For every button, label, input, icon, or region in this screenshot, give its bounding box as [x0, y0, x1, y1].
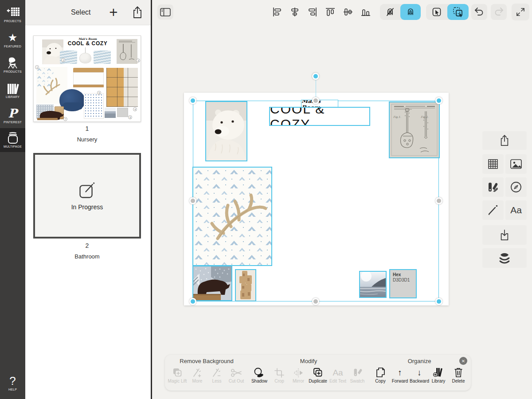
pencil-icon	[487, 204, 499, 216]
close-toolbar-button[interactable]: ✕	[459, 357, 467, 365]
share-button[interactable]	[130, 5, 145, 20]
sidebar-item-pinterest[interactable]: P PINTEREST	[0, 103, 25, 128]
rotation-handle[interactable]	[312, 73, 319, 80]
resize-handle-bottom-right[interactable]	[435, 298, 442, 305]
swatches-icon	[487, 181, 499, 193]
multipage-icon	[6, 132, 20, 144]
thumb-guitar-patent	[117, 39, 137, 64]
app-window: PROJECTS ★ FEATURED PRODUCTS	[0, 0, 532, 399]
books-icon	[6, 82, 20, 94]
thumb-ocean-photo	[105, 108, 116, 118]
canvas-item-board-title[interactable]: COOL & COZY	[269, 107, 370, 126]
sidebar-item-label: LIBRARY	[6, 95, 20, 98]
share-icon	[132, 6, 143, 19]
svg-text:Fig.1.: Fig.1.	[393, 115, 401, 119]
add-page-button[interactable]: +	[105, 4, 122, 21]
selection-mode-control	[426, 4, 469, 20]
swatch-value: D3D3D1	[393, 278, 416, 282]
compass-icon	[510, 181, 522, 193]
resize-handle-bottom-center[interactable]	[312, 298, 319, 305]
text-tool-button[interactable]: Aa	[505, 200, 527, 220]
draw-tool-button[interactable]	[482, 200, 504, 220]
sidebar-item-products[interactable]: PRODUCTS	[0, 52, 25, 78]
page-thumbnail-bathroom[interactable]: In Progress	[33, 153, 141, 239]
page-thumbnail-nursery[interactable]: Mak's Room COOL & COZY	[33, 35, 141, 122]
layers-icon	[498, 252, 511, 264]
multi-select-button[interactable]	[447, 4, 469, 20]
import-button[interactable]	[482, 225, 527, 245]
canvas-item-polar-bear[interactable]	[205, 101, 247, 161]
canvas-item-antler-wallpaper[interactable]	[192, 167, 272, 266]
magnet-off-icon	[385, 7, 395, 17]
page-name: Nursery	[33, 136, 141, 143]
thumb-badge: 2	[61, 58, 65, 62]
single-select-button[interactable]	[426, 4, 447, 20]
align-right-icon[interactable]	[307, 7, 318, 17]
sidebar-item-multipage[interactable]: MULTIPAGE	[0, 128, 25, 152]
sidebar-item-featured[interactable]: ★ FEATURED	[0, 27, 25, 52]
library-add-icon	[433, 366, 444, 378]
trash-icon	[454, 366, 463, 378]
fullscreen-button[interactable]	[512, 4, 529, 20]
sidebar-item-label: PINTEREST	[4, 121, 22, 124]
thumb-hex-swatch	[117, 108, 128, 117]
resize-handle-bottom-left[interactable]	[189, 298, 196, 305]
swatches-tool-button[interactable]	[482, 177, 504, 197]
canvas-item-ocean-photo[interactable]	[359, 271, 387, 298]
align-left-icon[interactable]	[272, 7, 282, 17]
resize-handle-middle-left[interactable]	[189, 197, 196, 204]
canvas-item-hex-swatch[interactable]: Hex D3D3D1	[389, 269, 417, 298]
resize-handle-top-left[interactable]	[189, 97, 196, 104]
image-tool-button[interactable]	[505, 154, 527, 174]
delete-button[interactable]: Delete	[446, 366, 471, 383]
align-middle-vertical-icon[interactable]	[343, 7, 353, 17]
magnet-on-button[interactable]	[400, 4, 421, 20]
redo-icon	[493, 7, 504, 17]
pages-panel-header: Select +	[25, 0, 151, 25]
thumb-bed-base	[73, 85, 104, 87]
select-button[interactable]: Select	[71, 8, 90, 16]
magnet-on-icon	[406, 7, 415, 17]
thumb-rug	[84, 93, 104, 119]
pages-panel: Select + Mak's Room COOL & COZY	[25, 0, 151, 399]
bear-sculpture-photo	[193, 266, 231, 300]
sidebar-item-help[interactable]: ? HELP	[0, 370, 25, 395]
toggle-sidebar-button[interactable]	[157, 4, 173, 20]
align-center-horizontal-icon[interactable]	[289, 7, 300, 17]
antler-wallpaper-photo	[193, 168, 271, 265]
export-button[interactable]	[482, 131, 527, 150]
undo-button[interactable]	[471, 4, 487, 20]
magnet-off-button[interactable]	[380, 4, 400, 20]
canvas-item-wood-carving[interactable]	[235, 269, 256, 301]
page-number: 2	[33, 242, 141, 249]
pinterest-icon: P	[8, 108, 17, 119]
projects-icon	[6, 7, 20, 18]
ocean-photo	[360, 272, 386, 297]
page-name: Bathroom	[33, 253, 141, 260]
resize-handle-top-right[interactable]	[435, 97, 442, 104]
sidebar-item-library[interactable]: LIBRARY	[0, 78, 25, 103]
resize-handle-top-center[interactable]	[312, 97, 319, 104]
grid-tool-button[interactable]	[482, 154, 504, 174]
copy-icon	[375, 366, 386, 378]
thumb-bed-headboard	[73, 68, 104, 72]
align-top-icon[interactable]	[325, 7, 336, 17]
wand-minus-icon	[212, 366, 222, 378]
snap-segmented-control	[380, 4, 421, 20]
layers-button[interactable]	[482, 248, 527, 268]
canvas-item-bear-sculpture[interactable]	[192, 266, 232, 301]
resize-handle-middle-right[interactable]	[435, 197, 442, 204]
swatch-button: Swatch	[345, 366, 370, 383]
edit-text-icon: Aa	[332, 366, 343, 378]
thumb-badge: 6	[97, 91, 101, 95]
context-toolbar: Remove Background Modify Organize ✕ Magi…	[165, 355, 471, 391]
sidebar-layout-icon	[160, 8, 171, 16]
sidebar-item-projects[interactable]: PROJECTS	[0, 2, 25, 27]
canvas-item-guitar-patent[interactable]: Fig.1. Fig.2.	[389, 102, 440, 158]
shadow-icon	[254, 366, 265, 378]
discover-tool-button[interactable]	[505, 177, 527, 197]
align-bottom-icon[interactable]	[360, 7, 371, 17]
multi-select-icon	[453, 7, 463, 17]
wood-carving-photo	[236, 270, 255, 301]
cut-out-button: Cut Out	[224, 366, 249, 383]
